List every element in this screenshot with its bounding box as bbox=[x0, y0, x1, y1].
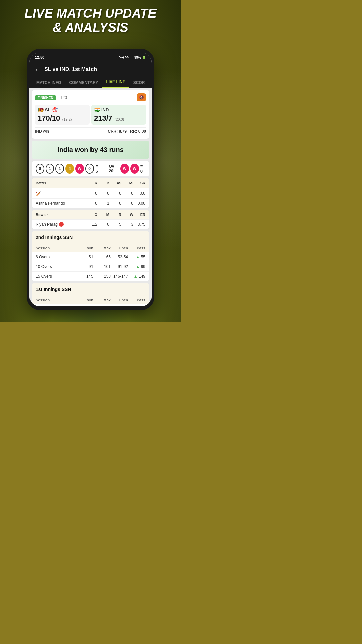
batter-row-0-name: 🏏 bbox=[36, 191, 85, 196]
batter-col-sr: SR bbox=[133, 181, 145, 185]
finished-badge: FINISHED bbox=[35, 95, 56, 100]
nav-bar: ← SL vs IND, 1st Match bbox=[29, 62, 152, 77]
bowler-row-0-o: 1.2 bbox=[85, 222, 97, 227]
batter-row-1-name: Asitha Fernando bbox=[36, 201, 85, 206]
innings2-ssn-header: 2nd Innings SSN bbox=[32, 231, 149, 244]
ssn2-r2-max: 158 bbox=[93, 274, 111, 279]
over-ball-w1: W bbox=[120, 164, 129, 174]
bowler-header: Bowler O M R W ER bbox=[32, 210, 149, 219]
ssn2-col-pass: Pass bbox=[128, 246, 145, 250]
batter-header: Batter R B 4S 6S SR bbox=[32, 178, 149, 188]
batter-row-0-b: 0 bbox=[97, 191, 109, 196]
ball-2: 1 bbox=[55, 164, 64, 174]
sl-flag: 🇱🇰 bbox=[38, 107, 44, 113]
tab-match-info[interactable]: MATCH INFO bbox=[32, 77, 65, 88]
batter-col-6s: 6S bbox=[121, 181, 133, 185]
batter-row-1-r: 0 bbox=[85, 201, 97, 206]
ssn2-col-min: Min bbox=[76, 246, 93, 250]
ssn2-r0-open: 53-54 bbox=[111, 255, 128, 259]
ssn2-col-headers: Session Min Max Open Pass bbox=[32, 244, 149, 252]
ind-flag: 🇮🇳 bbox=[94, 107, 100, 113]
ball-1: 1 bbox=[46, 164, 54, 174]
arrow-icon-0: ▲ bbox=[136, 255, 140, 259]
bowler-col-er: ER bbox=[133, 213, 145, 217]
ball-last: 0 bbox=[85, 164, 94, 174]
result-text: india won by 43 runs bbox=[57, 146, 124, 153]
batter-row-1-4s: 0 bbox=[109, 201, 121, 206]
tab-scorecard[interactable]: SCOR bbox=[129, 77, 149, 88]
batter-col-r: R bbox=[85, 181, 97, 185]
rr-label: RR: bbox=[130, 129, 137, 134]
batter-col-b: B bbox=[97, 181, 109, 185]
bowler-col-r: R bbox=[109, 213, 121, 217]
header-title-line2: & ANALYSIS bbox=[53, 20, 128, 35]
page-header: LIVE MATCH UPDATE & ANALYSIS bbox=[0, 7, 181, 35]
mute-icon: 🔇 bbox=[139, 95, 144, 100]
tab-live-line[interactable]: LIVE LINE bbox=[102, 77, 129, 88]
match-status-row: FINISHED T20 🔇 bbox=[35, 93, 146, 101]
ssn1-col-max: Max bbox=[93, 298, 111, 302]
mute-button[interactable]: 🔇 bbox=[137, 93, 146, 101]
batter-col-4s: 4S bbox=[109, 181, 121, 185]
bowler-col-name: Bowler bbox=[36, 213, 85, 217]
bowler-name: Riyan Parag bbox=[36, 222, 58, 227]
teams-row: 🇱🇰 SL 🎯 170/10 (19.2) 🇮🇳 IND bbox=[35, 105, 146, 125]
team-sl-name-row: 🇱🇰 SL 🎯 bbox=[38, 107, 87, 113]
sl-score: 170/10 bbox=[38, 114, 60, 122]
ssn2-r2-pass: ▲ 149 bbox=[128, 274, 145, 279]
match-card: FINISHED T20 🔇 🇱🇰 SL 🎯 bbox=[32, 90, 149, 139]
ssn2-col-session: Session bbox=[36, 246, 76, 250]
ssn2-row-2: 15 Overs 145 158 146-147 ▲ 149 bbox=[32, 271, 149, 281]
ssn2-r1-min: 91 bbox=[76, 264, 93, 269]
nav-title: SL vs IND, 1st Match bbox=[44, 66, 97, 72]
ssn1-col-pass: Pass bbox=[128, 298, 145, 302]
ssn1-col-headers: Session Min Max Open Pass bbox=[32, 296, 149, 304]
bowler-name-row: Riyan Parag bbox=[36, 222, 85, 227]
bowler-col-o: O bbox=[85, 213, 97, 217]
result-banner: india won by 43 runs bbox=[32, 141, 149, 159]
signal-text: Vo) 5G bbox=[119, 56, 129, 59]
tab-bar: MATCH INFO COMMENTARY LIVE LINE SCOR bbox=[29, 77, 152, 88]
innings1-ssn-header: 1st Innings SSN bbox=[32, 283, 149, 296]
ssn1-col-session: Session bbox=[36, 298, 76, 302]
ind-overs: (20.0) bbox=[115, 117, 124, 121]
arrow-icon-2: ▲ bbox=[134, 274, 138, 279]
batter-col-name: Batter bbox=[36, 181, 85, 185]
back-button[interactable]: ← bbox=[34, 66, 41, 73]
battery-icon: 🔋 bbox=[142, 56, 146, 59]
bowler-row-0-r: 5 bbox=[109, 222, 121, 227]
batter-row-1: Asitha Fernando 0 1 0 0 0.00 bbox=[32, 198, 149, 208]
ind-score-row: 213/7 (20.0) bbox=[94, 114, 143, 123]
over-label: Ov 20: bbox=[109, 164, 119, 173]
bowler-row-0-er: 3.75 bbox=[133, 222, 145, 227]
ssn2-r1-max: 101 bbox=[93, 264, 111, 269]
bowler-col-w: W bbox=[121, 213, 133, 217]
batter-row-1-b: 1 bbox=[97, 201, 109, 206]
ssn2-r1-pass: ▲ 99 bbox=[128, 264, 145, 269]
bowler-section: Bowler O M R W ER Riyan Parag 1.2 0 bbox=[32, 210, 149, 229]
sl-circle-icon: 🎯 bbox=[52, 107, 58, 112]
batter-row-0-6s: 0 bbox=[121, 191, 133, 196]
over-ball-w2: W bbox=[130, 164, 139, 174]
ssn2-r0-pass: ▲ 55 bbox=[128, 255, 145, 259]
sl-score-row: 170/10 (19.2) bbox=[38, 114, 87, 123]
format-label: T20 bbox=[60, 95, 67, 100]
ssn2-row-0: 6 Overs 51 65 53-54 ▲ 55 bbox=[32, 252, 149, 262]
innings1-ssn-title: 1st Innings SSN bbox=[36, 287, 71, 292]
batter-section: Batter R B 4S 6S SR 🏏 0 0 0 0 0.0 bbox=[32, 178, 149, 208]
bowler-row-0-name: Riyan Parag bbox=[36, 222, 85, 227]
ssn2-r1-open: 91-92 bbox=[111, 264, 128, 269]
tab-commentary[interactable]: COMMENTARY bbox=[65, 77, 102, 88]
team-ind-name-row: 🇮🇳 IND bbox=[94, 107, 143, 113]
crr-value: 8.79 bbox=[119, 129, 127, 134]
bat-icon: 🏏 bbox=[36, 191, 41, 196]
bowler-badge bbox=[59, 222, 64, 227]
ind-name: IND bbox=[101, 107, 109, 112]
ssn1-col-min: Min bbox=[76, 298, 93, 302]
innings2-ssn-title: 2nd Innings SSN bbox=[36, 235, 73, 240]
ssn1-col-open: Open bbox=[111, 298, 128, 302]
status-bar: 12:50 Vo) 5G 99% 🔋 bbox=[29, 53, 152, 62]
arrow-icon-1: ▲ bbox=[136, 264, 140, 269]
header-title-line1: LIVE MATCH UPDATE bbox=[24, 6, 156, 20]
sl-overs: (19.2) bbox=[62, 117, 72, 121]
